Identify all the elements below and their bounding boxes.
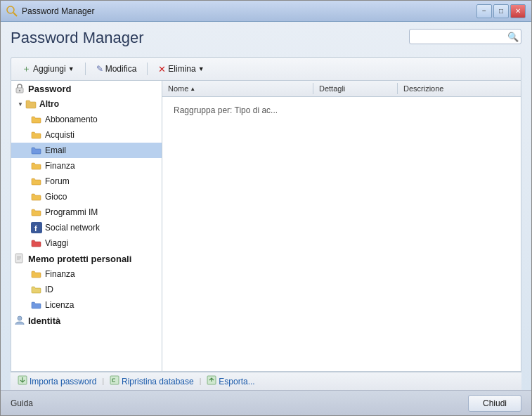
toolbar: ＋ Aggiungi ▼ ✎ Modifica ✕ Elimina ▼ — [11, 57, 521, 81]
col-header-nome[interactable]: Nome ▲ — [162, 83, 313, 94]
tree-item-altro[interactable]: ▼ Altro — [11, 96, 162, 112]
page-title: Password Manager — [11, 29, 144, 47]
abbonamento-icon — [31, 114, 42, 125]
tree-label-viaggi: Viaggi — [45, 238, 68, 248]
restore-link[interactable]: Ripristina database — [110, 375, 194, 387]
window-controls: − □ ✕ — [476, 4, 526, 18]
tree-label-gioco: Gioco — [45, 192, 67, 202]
edit-label: Modifica — [105, 64, 137, 74]
sort-icon: ▲ — [190, 86, 195, 92]
link-sep2: | — [200, 377, 202, 385]
svg-text:f: f — [34, 224, 37, 233]
add-dropdown-icon: ▼ — [68, 65, 74, 72]
close-button[interactable]: Chiudi — [468, 395, 521, 412]
altro-icon — [25, 98, 37, 110]
title-bar-text: Password Manager — [22, 6, 476, 16]
svg-line-1 — [13, 13, 17, 16]
minimize-button[interactable]: − — [476, 4, 492, 18]
identita-icon — [14, 315, 25, 326]
tree-item-abbonamento[interactable]: Abbonamento — [11, 112, 162, 127]
edit-button[interactable]: ✎ Modifica — [90, 62, 143, 76]
tree-label-programmi-im: Programmi IM — [45, 207, 98, 217]
svg-rect-6 — [15, 254, 22, 263]
import-link[interactable]: Importa password — [18, 375, 96, 387]
email-icon — [31, 145, 42, 156]
tree-label-identita: Identità — [28, 316, 60, 326]
gioco-icon — [31, 191, 42, 202]
restore-label: Ripristina database — [122, 377, 194, 386]
maximize-button[interactable]: □ — [493, 4, 509, 18]
search-bar: 🔍 — [409, 29, 521, 44]
detail-panel: Nome ▲ Dettagli Descrizione Raggruppa pe… — [162, 81, 521, 371]
tree-label-memo: Memo protetti personali — [28, 254, 131, 264]
tree-label-abbonamento: Abbonamento — [45, 115, 98, 124]
search-input[interactable] — [409, 29, 521, 44]
col-header-descrizione[interactable]: Descrizione — [398, 83, 521, 94]
tree-item-memo-finanza[interactable]: Finanza — [11, 266, 162, 282]
sep2 — [147, 63, 148, 75]
tree-label-social-network: Social network — [45, 223, 100, 233]
delete-label: Elimina — [168, 64, 195, 74]
main-window: Password Manager − □ ✕ Password Manager … — [0, 0, 532, 416]
tree-panel: Password ▼ Altro — [11, 81, 162, 371]
search-wrap: 🔍 — [409, 29, 521, 44]
tree-label-password: Password — [28, 84, 71, 94]
title-bar: Password Manager − □ ✕ — [1, 1, 531, 22]
col-nome-label: Nome — [168, 84, 188, 93]
delete-icon: ✕ — [158, 64, 166, 74]
tree-item-programmi-im[interactable]: Programmi IM — [11, 204, 162, 220]
main-panel: Password ▼ Altro — [11, 81, 521, 372]
content-area: Password Manager 🔍 ＋ Aggiungi ▼ ✎ Modifi… — [1, 22, 531, 390]
bottom-toolbar: Importa password | Ripristina database | — [11, 372, 521, 390]
memo-finanza-icon — [31, 268, 42, 280]
tree-label-memo-finanza: Finanza — [45, 269, 75, 279]
tree-label-altro: Altro — [39, 99, 59, 109]
tree-item-finanza[interactable]: Finanza — [11, 158, 162, 174]
import-label: Importa password — [30, 377, 96, 386]
tree-label-id: ID — [45, 285, 53, 294]
tree-item-memo[interactable]: Memo protetti personali — [11, 251, 162, 266]
tree-item-social-network[interactable]: f Social network — [11, 220, 162, 235]
tree-item-id[interactable]: ID — [11, 282, 162, 297]
licenza-icon — [31, 299, 42, 311]
tree-item-password[interactable]: Password — [11, 81, 162, 96]
tree-label-finanza: Finanza — [45, 161, 75, 171]
window-close-button[interactable]: ✕ — [510, 4, 526, 18]
viaggi-icon — [31, 238, 42, 249]
restore-icon — [110, 375, 119, 387]
export-icon — [207, 375, 216, 387]
acquisti-icon — [31, 129, 42, 141]
tree-label-licenza: Licenza — [45, 300, 74, 310]
expand-icon-altro: ▼ — [17, 100, 24, 108]
social-network-icon: f — [31, 222, 42, 233]
memo-icon — [14, 253, 25, 264]
svg-rect-12 — [110, 376, 119, 384]
add-icon: ＋ — [22, 63, 31, 75]
finanza-icon — [31, 160, 42, 171]
forum-icon — [31, 176, 42, 187]
tree-item-licenza[interactable]: Licenza — [11, 297, 162, 313]
column-header: Nome ▲ Dettagli Descrizione — [162, 81, 521, 97]
tree-label-acquisti: Acquisti — [45, 130, 74, 140]
tree-item-email[interactable]: Email — [11, 143, 162, 158]
sep1 — [85, 63, 86, 75]
tree-item-forum[interactable]: Forum — [11, 174, 162, 189]
app-icon — [6, 6, 18, 17]
delete-button[interactable]: ✕ Elimina ▼ — [152, 62, 210, 77]
export-link[interactable]: Esporta... — [207, 375, 254, 387]
col-header-dettagli[interactable]: Dettagli — [313, 83, 398, 94]
svg-point-10 — [18, 316, 22, 320]
svg-point-0 — [7, 6, 14, 13]
help-label: Guida — [11, 398, 33, 408]
programmi-im-icon — [31, 207, 42, 218]
tree-item-identita[interactable]: Identità — [11, 313, 162, 328]
detail-content: Raggruppa per: Tipo di ac... — [162, 97, 521, 371]
add-button[interactable]: ＋ Aggiungi ▼ — [15, 60, 81, 77]
tree-item-viaggi[interactable]: Viaggi — [11, 235, 162, 251]
status-bar: Guida Chiudi — [1, 390, 531, 415]
tree-item-acquisti[interactable]: Acquisti — [11, 127, 162, 143]
col-descrizione-label: Descrizione — [403, 84, 443, 93]
export-label: Esporta... — [219, 377, 254, 386]
tree-item-gioco[interactable]: Gioco — [11, 189, 162, 204]
col-dettagli-label: Dettagli — [319, 84, 345, 93]
